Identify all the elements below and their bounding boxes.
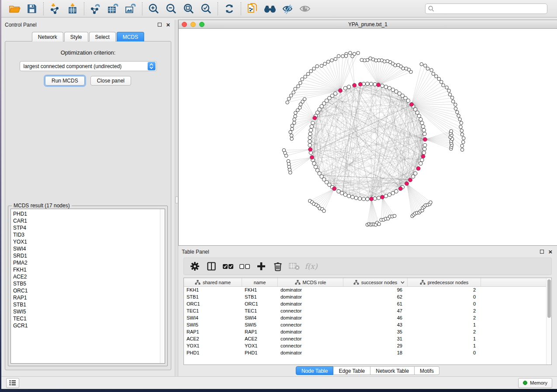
table-cell[interactable]: ACE2 (242, 336, 278, 343)
export-table-button[interactable] (104, 1, 122, 16)
table-cell[interactable]: RAP1 (184, 329, 242, 336)
result-node-item[interactable]: STB1 (13, 301, 160, 308)
table-cell[interactable] (481, 294, 546, 301)
table-cell[interactable]: connector (278, 322, 343, 329)
run-mcds-button[interactable]: Run MCDS (45, 76, 85, 86)
result-node-item[interactable]: GCR1 (13, 322, 160, 329)
float-table-panel-button[interactable] (539, 249, 545, 255)
table-cell[interactable]: FKH1 (184, 287, 242, 294)
function-builder-button[interactable]: f(x) (304, 259, 318, 273)
table-row[interactable]: SWI4SWI4dominator462 (184, 315, 546, 322)
table-cell[interactable]: STB1 (184, 294, 242, 301)
table-cell[interactable]: ORC1 (242, 301, 278, 308)
table-cell[interactable]: 29 (343, 343, 408, 350)
table-cell[interactable]: TEC1 (242, 308, 278, 315)
result-node-item[interactable]: ORC1 (13, 287, 160, 294)
result-node-item[interactable]: SWI4 (13, 245, 160, 252)
import-network-button[interactable] (46, 1, 64, 16)
table-row[interactable]: FKH1FKH1dominator962 (184, 287, 546, 294)
table-cell[interactable] (481, 336, 546, 343)
close-panel-button[interactable]: × (165, 22, 171, 28)
tab-edge-table[interactable]: Edge Table (333, 366, 370, 375)
hide-labels-button[interactable] (279, 1, 296, 16)
column-header-MCDS-role[interactable]: MCDS role (278, 278, 343, 286)
scrollbar-thumb[interactable] (547, 279, 551, 318)
table-cell[interactable]: dominator (278, 315, 343, 322)
result-node-item[interactable]: SRD1 (13, 252, 160, 259)
table-cell[interactable]: SWI5 (242, 322, 278, 329)
column-header-successor-nodes[interactable]: successor nodes (343, 278, 408, 286)
result-node-item[interactable]: FKH1 (13, 266, 160, 273)
table-cell[interactable]: connector (278, 308, 343, 315)
table-cell[interactable]: PHD1 (242, 350, 278, 357)
result-node-item[interactable]: SWI5 (13, 308, 160, 315)
table-cell[interactable]: FKH1 (242, 287, 278, 294)
table-cell[interactable]: connector (278, 336, 343, 343)
search-input[interactable] (436, 6, 544, 12)
table-cell[interactable]: connector (278, 343, 343, 350)
tab-network-table[interactable]: Network Table (370, 366, 415, 375)
memory-button[interactable]: Memory (518, 378, 552, 388)
column-header-name[interactable]: name (242, 278, 278, 286)
table-cell[interactable]: YOX1 (184, 343, 242, 350)
network-window-titlebar[interactable]: YPA_prune.txt_1 (179, 20, 557, 29)
column-header-predecessor-nodes[interactable]: predecessor nodes (408, 278, 481, 286)
table-cell[interactable] (481, 287, 546, 294)
table-cell[interactable] (481, 350, 546, 357)
table-cell[interactable] (481, 315, 546, 322)
table-cell[interactable] (481, 343, 546, 350)
network-graph[interactable] (179, 29, 554, 245)
table-cell[interactable]: TEC1 (184, 308, 242, 315)
table-cell[interactable]: 62 (343, 294, 408, 301)
table-cell[interactable]: RAP1 (242, 329, 278, 336)
table-row[interactable]: ORC1ORC1dominator610 (184, 301, 546, 308)
result-node-item[interactable]: STP4 (13, 224, 160, 231)
tab-select[interactable]: Select (89, 32, 116, 41)
table-cell[interactable] (481, 301, 546, 308)
table-cell[interactable]: 35 (343, 329, 408, 336)
open-file-button[interactable] (6, 1, 23, 16)
result-node-item[interactable]: STB5 (13, 280, 160, 287)
mcds-result-list[interactable]: PHD1CAR1STP4TID3YOX1SWI4SRD1PMA2FKH1ACE2… (10, 209, 165, 364)
zoom-in-button[interactable] (145, 1, 163, 16)
result-node-item[interactable]: TEC1 (13, 315, 160, 322)
table-cell[interactable]: 96 (343, 287, 408, 294)
table-cell[interactable]: dominator (278, 287, 343, 294)
table-cell[interactable]: SWI4 (242, 315, 278, 322)
table-cell[interactable]: 2 (408, 308, 481, 315)
table-cell[interactable] (481, 308, 546, 315)
tab-motifs[interactable]: Motifs (415, 366, 439, 375)
tab-style[interactable]: Style (64, 32, 88, 41)
table-cell[interactable] (481, 329, 546, 336)
float-panel-button[interactable] (156, 22, 163, 28)
add-button[interactable] (254, 259, 269, 273)
table-scrollbar[interactable] (546, 278, 551, 364)
table-cell[interactable]: 2 (408, 315, 481, 322)
network-canvas[interactable] (179, 29, 557, 245)
table-cell[interactable]: dominator (278, 329, 343, 336)
tab-node-table[interactable]: Node Table (296, 366, 334, 375)
optimization-criterion-select[interactable]: largest connected component (undirected) (20, 61, 157, 71)
zoom-out-button[interactable] (163, 1, 180, 16)
table-cell[interactable]: 1 (408, 322, 481, 329)
table-cell[interactable]: dominator (278, 294, 343, 301)
table-cell[interactable]: ORC1 (184, 301, 242, 308)
show-graphics-button[interactable] (296, 1, 314, 16)
table-cell[interactable]: 1 (408, 343, 481, 350)
tab-mcds[interactable]: MCDS (117, 32, 144, 41)
table-cell[interactable]: 31 (343, 336, 408, 343)
split-columns-button[interactable] (204, 259, 219, 273)
result-node-item[interactable]: RAP1 (13, 294, 160, 301)
table-cell[interactable]: PHD1 (184, 350, 242, 357)
table-cell[interactable]: SWI4 (184, 315, 242, 322)
table-cell[interactable]: 18 (343, 350, 408, 357)
table-row[interactable]: PHD1PHD1dominator180 (184, 350, 546, 357)
result-node-item[interactable]: CAR1 (13, 217, 160, 224)
table-row[interactable]: ACE2ACE2connector311 (184, 336, 546, 343)
table-cell[interactable]: 46 (343, 315, 408, 322)
close-table-panel-button[interactable]: × (547, 249, 554, 255)
table-row[interactable]: YOX1YOX1connector291 (184, 343, 546, 350)
table-cell[interactable]: YOX1 (242, 343, 278, 350)
show-panels-button[interactable] (6, 378, 19, 388)
result-list-scrollbar[interactable] (160, 209, 165, 363)
